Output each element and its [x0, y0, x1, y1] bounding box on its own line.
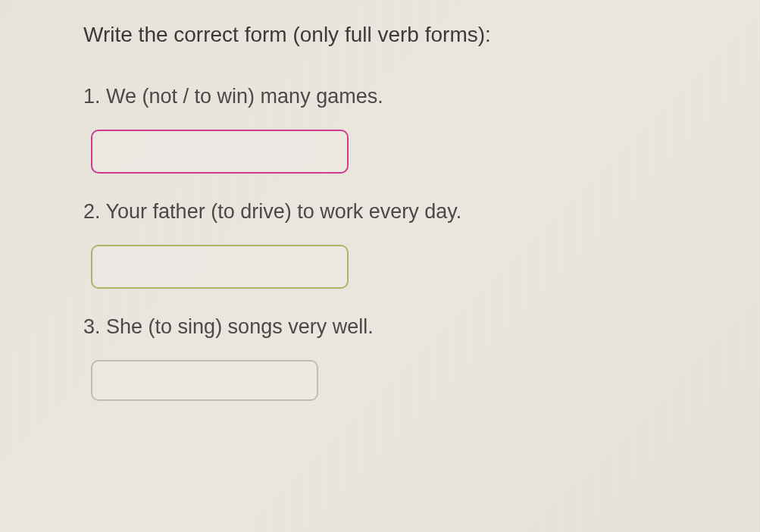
- question-block-3: 3. She (to sing) songs very well.: [83, 315, 684, 401]
- question-prompt: She (to sing) songs very well.: [106, 315, 374, 338]
- question-block-2: 2. Your father (to drive) to work every …: [83, 200, 684, 289]
- exercise-instruction: Write the correct form (only full verb f…: [83, 23, 684, 47]
- question-number: 3.: [83, 315, 101, 338]
- question-prompt: Your father (to drive) to work every day…: [106, 200, 462, 223]
- question-prompt: We (not / to win) many games.: [106, 85, 383, 108]
- question-text-1: 1. We (not / to win) many games.: [83, 85, 684, 108]
- question-text-2: 2. Your father (to drive) to work every …: [83, 200, 684, 224]
- answer-input-2[interactable]: [91, 245, 349, 289]
- question-number: 1.: [83, 85, 101, 108]
- question-text-3: 3. She (to sing) songs very well.: [83, 315, 684, 339]
- answer-input-1[interactable]: [91, 130, 349, 174]
- question-number: 2.: [83, 200, 101, 223]
- answer-input-3[interactable]: [91, 360, 318, 401]
- question-block-1: 1. We (not / to win) many games.: [83, 85, 684, 174]
